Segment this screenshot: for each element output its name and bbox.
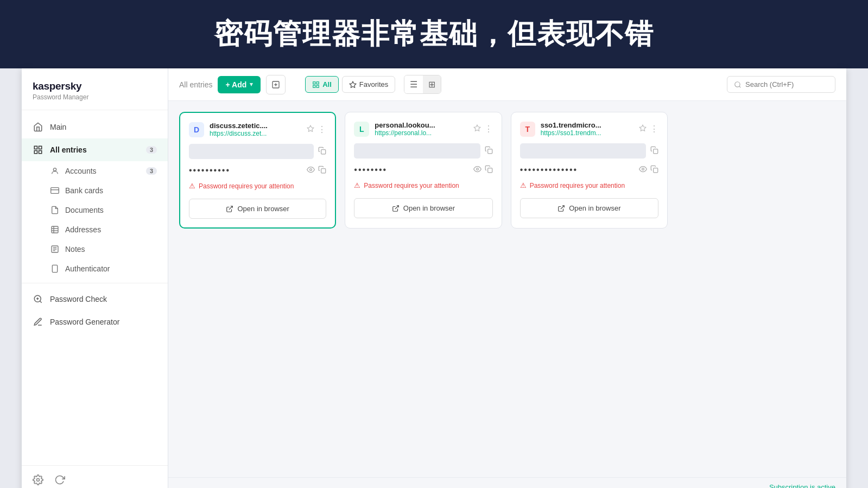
warning-icon: ⚠ [520,181,527,189]
svg-rect-5 [51,188,59,194]
svg-marker-24 [350,81,356,87]
sidebar-item-notes[interactable]: Notes [22,239,168,259]
favorite-icon[interactable] [307,125,314,135]
svg-rect-35 [487,168,492,173]
password-check-icon [33,294,43,305]
card-favicon: T [520,122,535,137]
copy-username-icon[interactable] [485,146,493,156]
sidebar-item-password-check[interactable]: Password Check [22,288,168,310]
cards-area: D discuss.zetetic.... https://discuss.ze… [168,101,846,477]
svg-rect-40 [654,168,658,173]
sidebar-item-main[interactable]: Main [22,116,168,138]
accounts-label: Accounts [65,167,97,175]
account-card-card1[interactable]: D discuss.zetetic.... https://discuss.ze… [179,112,336,229]
filter-favorites-button[interactable]: Favorites [342,76,395,93]
home-icon [33,122,43,132]
bank-cards-label: Bank cards [65,186,103,195]
refresh-icon[interactable] [54,474,65,488]
svg-point-39 [642,168,644,170]
card-url: https://personal.lo... [375,129,467,137]
sidebar: kaspersky Password Manager Main [22,68,168,488]
accounts-icon [50,166,60,176]
svg-rect-21 [316,81,319,84]
svg-point-34 [476,168,478,170]
view-toggle: ☰ ⊞ [404,75,441,94]
password-actions [639,165,658,175]
authenticator-label: Authenticator [65,264,110,273]
svg-point-25 [735,81,740,86]
sidebar-item-accounts[interactable]: Accounts 3 [22,161,168,181]
username-field [520,143,646,159]
card-header: T sso1.trendmicro... https://sso1.trendm… [520,121,658,137]
card-favicon: D [189,122,204,137]
search-input[interactable] [745,80,827,88]
sidebar-item-addresses[interactable]: Addresses [22,220,168,239]
sidebar-item-password-generator[interactable]: Password Generator [22,310,168,333]
open-browser-button[interactable]: Open in browser [520,198,658,218]
open-browser-label: Open in browser [237,205,289,213]
sidebar-item-all-entries[interactable]: All entries 3 [22,138,168,161]
card-favicon: L [354,122,369,137]
search-box [727,76,835,93]
password-generator-icon [33,316,43,327]
external-link-icon [557,205,565,212]
sidebar-item-bank-cards[interactable]: Bank cards [22,181,168,200]
subscription-status: Subscription is active [769,483,835,488]
account-card-card3[interactable]: T sso1.trendmicro... https://sso1.trendm… [511,112,668,229]
open-browser-button[interactable]: Open in browser [354,198,492,218]
password-row: •••••••••••••• [520,165,658,175]
svg-line-36 [395,205,398,208]
show-password-icon[interactable] [307,166,315,175]
username-field [189,144,314,159]
card-title: discuss.zetetic.... [210,122,301,130]
nav-divider [22,283,168,283]
svg-rect-3 [39,151,42,154]
svg-marker-32 [474,125,480,131]
copy-password-icon[interactable] [318,166,326,175]
notes-icon [50,244,60,254]
add-button[interactable]: + Add ▾ [218,76,261,93]
password-actions [473,165,493,175]
svg-point-18 [37,479,40,481]
documents-icon [50,205,60,215]
card-header: L personal.lookou... https://personal.lo… [354,121,492,137]
svg-line-31 [229,206,232,209]
favorite-icon[interactable] [639,124,647,134]
filter-favorites-label: Favorites [359,80,388,88]
username-field [354,143,480,159]
grid-view-button[interactable]: ⊞ [423,75,441,93]
list-view-button[interactable]: ☰ [404,75,423,93]
show-password-icon[interactable] [639,165,647,175]
sidebar-bottom [22,465,168,488]
more-icon[interactable]: ⋮ [484,124,493,134]
svg-rect-28 [321,150,326,154]
sidebar-item-authenticator[interactable]: Authenticator [22,259,168,278]
account-card-card2[interactable]: L personal.lookou... https://personal.lo… [345,112,502,229]
filter-all-button[interactable]: All [305,76,339,93]
search-icon [734,81,742,88]
sidebar-item-all-entries-label: All entries [50,145,87,154]
show-password-icon[interactable] [473,165,481,175]
warning-row: ⚠ Password requires your attention [520,181,658,189]
copy-username-icon[interactable] [318,147,326,156]
filter-all-label: All [322,80,332,88]
username-row [354,143,492,159]
main-content: All entries + Add ▾ All [168,68,846,488]
more-icon[interactable]: ⋮ [318,124,326,135]
svg-rect-0 [34,146,37,149]
import-button[interactable] [266,75,286,94]
copy-password-icon[interactable] [485,165,493,175]
svg-rect-23 [316,85,319,87]
copy-username-icon[interactable] [650,146,658,156]
svg-marker-37 [639,125,646,131]
open-browser-button[interactable]: Open in browser [189,199,326,219]
svg-line-26 [739,86,741,87]
password-dots: •••••••••••••• [520,165,635,175]
sidebar-item-documents[interactable]: Documents [22,200,168,220]
settings-icon[interactable] [33,474,43,488]
more-icon[interactable]: ⋮ [650,124,658,134]
favorite-icon[interactable] [473,124,481,134]
accounts-badge: 3 [146,167,157,175]
warning-icon: ⚠ [354,181,360,189]
copy-password-icon[interactable] [650,165,658,175]
